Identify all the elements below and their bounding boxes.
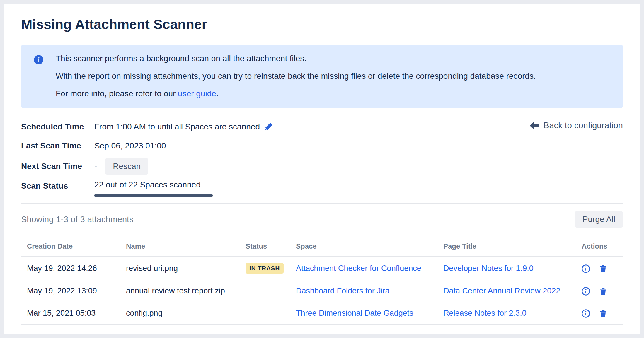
table-row: Mar 15, 2021 05:03 config.png Three Dime… [21,302,623,324]
header-creation-date: Creation Date [21,236,126,257]
section-divider [21,203,623,204]
cell-space: Attachment Checker for Confluence [296,257,443,280]
cell-actions [582,257,623,280]
last-scan-time-value: Sep 06, 2023 01:00 [94,141,166,151]
cell-status: IN TRASH [246,257,296,280]
scan-status-row: Scan Status 22 out of 22 Spaces scanned [21,180,623,197]
cell-actions [582,280,623,302]
scheduled-time-value: From 1:00 AM to until all Spaces are sca… [94,122,273,132]
page-title-link[interactable]: Release Notes for 2.3.0 [443,309,527,317]
last-scan-time-row: Last Scan Time Sep 06, 2023 01:00 [21,139,623,153]
next-scan-time-value: - Rescan [94,158,148,175]
cell-space: Three Dimensional Date Gadgets [296,302,443,324]
table-header-row: Creation Date Name Status Space Page Tit… [21,236,623,257]
edit-schedule-pencil-icon[interactable] [264,122,273,131]
rescan-button[interactable]: Rescan [105,158,148,175]
page-title-link[interactable]: Data Center Annual Review 2022 [443,286,560,295]
attachments-table: Creation Date Name Status Space Page Tit… [21,236,623,325]
missing-attachment-scanner-panel: Missing Attachment Scanner This scanner … [4,4,640,334]
table-row: May 19, 2022 13:09 annual review test re… [21,280,623,302]
banner-line-3-prefix: For more info, please refer to our [56,89,178,98]
delete-trash-icon[interactable] [599,287,607,296]
back-arrow-icon [529,122,539,129]
info-icon [34,55,43,64]
cell-name: revised uri.png [126,257,246,280]
banner-line-2: With the report on missing attachments, … [56,72,536,80]
header-space: Space [296,236,443,257]
banner-line-3: For more info, please refer to our user … [56,90,536,98]
cell-page-title: Release Notes for 2.3.0 [443,302,582,324]
info-banner-text: This scanner performs a background scan … [56,54,536,98]
next-scan-time-text: - [94,162,97,171]
space-link[interactable]: Three Dimensional Date Gadgets [296,309,413,317]
page-title: Missing Attachment Scanner [21,16,623,32]
user-guide-link[interactable]: user guide [178,89,216,98]
cell-space: Dashboard Folders for Jira [296,280,443,302]
back-to-configuration-link[interactable]: Back to configuration [529,121,623,130]
cell-status [246,280,296,302]
header-status: Status [246,236,296,257]
scan-progress-bar [94,194,213,197]
cell-creation-date: May 19, 2022 14:26 [21,257,126,280]
attachment-count-summary: Showing 1-3 of 3 attachments [21,215,134,224]
cell-status [246,302,296,324]
last-scan-time-label: Last Scan Time [21,141,94,151]
next-scan-time-row: Next Scan Time - Rescan [21,158,623,175]
scan-status-value: 22 out of 22 Spaces scanned [94,180,213,197]
table-row: May 19, 2022 14:26 revised uri.png IN TR… [21,257,623,280]
header-actions: Actions [582,236,623,257]
status-badge: IN TRASH [246,263,284,274]
scan-details: Back to configuration Scheduled Time Fro… [21,120,623,197]
cell-page-title: Developer Notes for 1.9.0 [443,257,582,280]
cell-actions [582,302,623,324]
scan-status-label: Scan Status [21,180,94,191]
cell-creation-date: May 19, 2022 13:09 [21,280,126,302]
cell-name: annual review test report.zip [126,280,246,302]
scan-status-text: 22 out of 22 Spaces scanned [94,180,201,189]
banner-line-1: This scanner performs a background scan … [56,54,536,63]
scheduled-time-label: Scheduled Time [21,122,94,132]
space-link[interactable]: Dashboard Folders for Jira [296,286,390,295]
back-link-label: Back to configuration [544,121,623,130]
details-info-icon[interactable] [582,309,590,318]
header-name: Name [126,236,246,257]
attachment-list-toolbar: Showing 1-3 of 3 attachments Purge All [21,211,623,228]
details-info-icon[interactable] [582,287,590,296]
next-scan-time-label: Next Scan Time [21,162,94,171]
cell-creation-date: Mar 15, 2021 05:03 [21,302,126,324]
cell-name: config.png [126,302,246,324]
scan-progress-fill [94,194,213,197]
info-banner: This scanner performs a background scan … [21,45,623,108]
space-link[interactable]: Attachment Checker for Confluence [296,264,421,273]
scheduled-time-text: From 1:00 AM to until all Spaces are sca… [94,122,260,132]
delete-trash-icon[interactable] [599,264,607,273]
page-title-link[interactable]: Developer Notes for 1.9.0 [443,264,534,273]
header-page-title: Page Title [443,236,582,257]
delete-trash-icon[interactable] [599,309,607,318]
cell-page-title: Data Center Annual Review 2022 [443,280,582,302]
banner-line-3-suffix: . [216,89,219,98]
purge-all-button[interactable]: Purge All [575,211,623,228]
details-info-icon[interactable] [582,264,590,273]
